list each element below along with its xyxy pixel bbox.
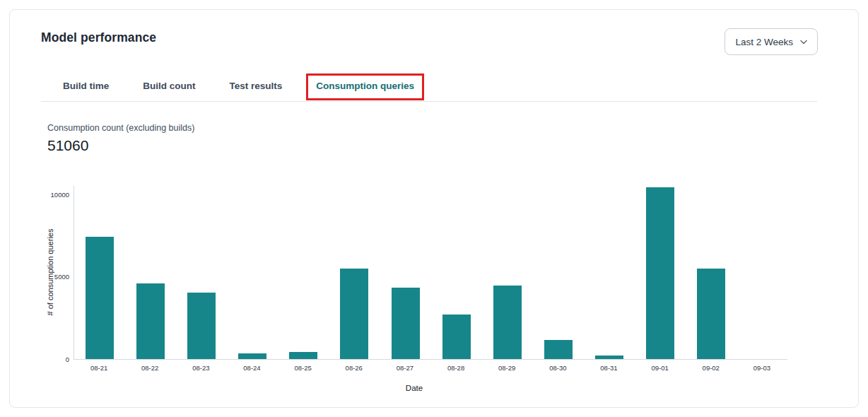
model-performance-card: Model performance Last 2 Weeks Build tim… (9, 9, 859, 408)
x-tick-label: 08-31 (583, 364, 634, 372)
bar-08-27[interactable] (392, 288, 420, 359)
x-axis-title: Date (41, 384, 787, 392)
x-tick-label: 08-23 (175, 364, 226, 372)
x-tick-label: 08-28 (430, 364, 481, 372)
bar-slot (533, 340, 584, 359)
bar-slot (74, 237, 125, 359)
x-tick-label: 08-25 (278, 364, 329, 372)
chevron-down-icon (800, 40, 807, 45)
x-tick-label: 08-26 (329, 364, 380, 372)
tabs-divider (41, 101, 817, 102)
metric-label: Consumption count (excluding builds) (47, 123, 194, 133)
bar-slot (686, 269, 737, 359)
bar-slot (278, 352, 329, 359)
bar-slot (584, 356, 635, 359)
bar-slot (431, 315, 482, 359)
bar-08-22[interactable] (136, 283, 165, 359)
x-tick-label: 08-24 (226, 364, 277, 372)
x-axis-ticks: 08-2108-2208-2308-2408-2508-2608-2708-28… (74, 364, 787, 372)
bar-slot (227, 353, 278, 359)
date-range-dropdown[interactable]: Last 2 Weeks (725, 28, 818, 55)
x-tick-label: 08-22 (124, 364, 175, 372)
bar-09-02[interactable] (697, 269, 725, 359)
x-tick-label: 09-03 (737, 364, 787, 372)
tab-build-count[interactable]: Build count (143, 80, 195, 92)
bar-slot (380, 288, 430, 359)
bar-08-21[interactable] (86, 237, 114, 359)
bar-08-29[interactable] (493, 286, 522, 359)
plot-area (74, 186, 787, 360)
bar-slot (482, 286, 533, 359)
tab-test-results[interactable]: Test results (230, 80, 283, 92)
tab-consumption-queries[interactable]: Consumption queries (316, 80, 414, 92)
y-tick-label: 0 (41, 355, 69, 365)
x-tick-label: 09-01 (635, 364, 686, 372)
bar-slot (176, 293, 227, 359)
bar-08-28[interactable] (442, 315, 471, 359)
x-tick-label: 08-27 (380, 364, 430, 372)
x-tick-label: 08-30 (532, 364, 583, 372)
bar-08-26[interactable] (340, 269, 368, 359)
date-range-value: Last 2 Weeks (735, 37, 793, 47)
consumption-bar-chart: # of consumption queries 08-2108-2208-23… (41, 186, 787, 398)
tab-bar: Build time Build count Test results Cons… (63, 80, 414, 92)
tab-build-time[interactable]: Build time (63, 80, 109, 92)
y-tick-label: 5000 (41, 272, 69, 282)
bar-09-01[interactable] (646, 187, 674, 359)
bar-slot (635, 187, 686, 359)
bar-slot (329, 269, 380, 359)
page-title: Model performance (41, 30, 156, 45)
x-tick-label: 08-21 (74, 364, 124, 372)
bar-08-30[interactable] (544, 340, 573, 359)
bar-slot (125, 283, 176, 359)
bar-08-23[interactable] (187, 293, 216, 359)
x-tick-label: 09-02 (686, 364, 737, 372)
bar-08-25[interactable] (289, 352, 317, 359)
bar-08-24[interactable] (238, 353, 266, 359)
tab-consumption-queries-label: Consumption queries (316, 81, 414, 91)
x-tick-label: 08-29 (481, 364, 532, 372)
y-tick-label: 10000 (41, 190, 69, 200)
metric-value: 51060 (47, 137, 88, 154)
bar-08-31[interactable] (595, 356, 623, 359)
